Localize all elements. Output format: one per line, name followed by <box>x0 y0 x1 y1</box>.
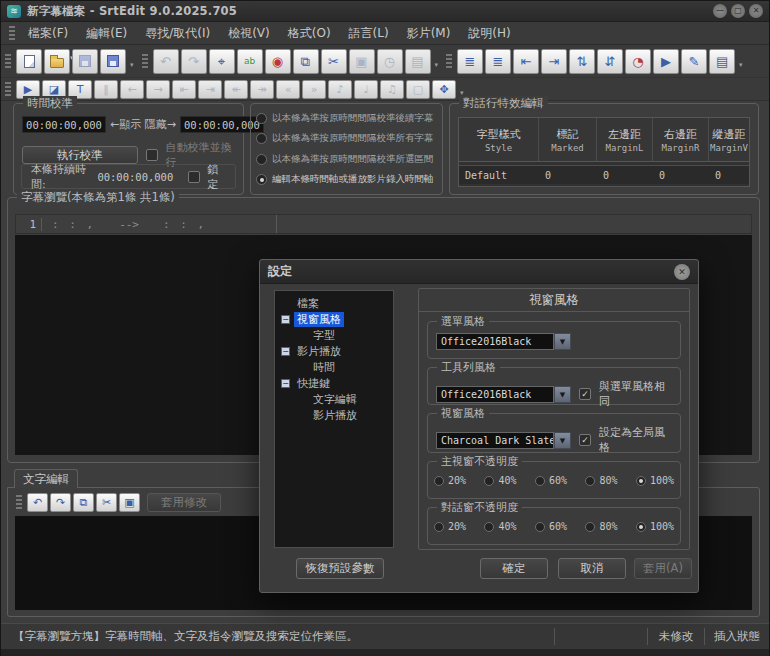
apply-changes-button[interactable]: 套用修改 <box>147 493 221 512</box>
restore-defaults-button[interactable]: 恢復預設參數 <box>296 558 384 579</box>
paste-button[interactable]: ▣ <box>119 493 140 512</box>
menu-item-3[interactable]: 檢視(V) <box>219 23 279 44</box>
menu-item-5[interactable]: 語言(L) <box>340 23 398 44</box>
calibration-mode-option-2[interactable]: 以本條為準按原時間間隔校準所選區間 <box>256 153 437 166</box>
dialog-opacity-option-20[interactable]: 20% <box>434 521 466 532</box>
maximize-button[interactable]: ▢ <box>731 4 745 18</box>
tree-expand-box-icon[interactable]: − <box>281 379 290 388</box>
tree-item-3[interactable]: −影片播放 <box>275 343 393 359</box>
window-style-value[interactable]: Charcoal Dark Slate <box>436 432 554 449</box>
record-select-button[interactable]: ◉ <box>265 49 291 74</box>
replace-button[interactable]: ab <box>237 49 263 74</box>
copy-button[interactable]: ⧉ <box>73 493 94 512</box>
close-button[interactable]: ✕ <box>749 4 763 18</box>
settings-dialog-close-icon[interactable]: ✕ <box>674 264 690 280</box>
cancel-button[interactable]: 取消 <box>558 558 626 579</box>
pause-button[interactable]: ‖ <box>94 80 118 99</box>
toolbar-grip-handle[interactable] <box>446 54 452 68</box>
minimize-button[interactable]: — <box>713 4 727 18</box>
step-back-button[interactable]: ← <box>120 80 144 99</box>
toolbar-overflow-caret-icon[interactable]: ▾ <box>130 61 134 69</box>
indent-right-button[interactable]: ⇥ <box>541 49 567 74</box>
menu-item-7[interactable]: 說明(H) <box>459 23 519 44</box>
tree-expand-box-icon[interactable]: − <box>281 347 290 356</box>
tree-item-2[interactable]: 字型 <box>275 327 393 343</box>
video-window-button[interactable]: ▢ <box>406 80 430 99</box>
main-opacity-option-60[interactable]: 60% <box>535 475 567 486</box>
menu-item-0[interactable]: 檔案(F) <box>19 23 77 44</box>
tree-item-1[interactable]: −視窗風格 <box>275 311 393 327</box>
music-note-button[interactable]: ♫ <box>380 80 404 99</box>
toolbar-grip-handle[interactable] <box>5 54 11 68</box>
edit-pen-button[interactable]: ✎ <box>681 49 707 74</box>
undo-button[interactable]: ↶ <box>153 49 179 74</box>
toolbar-overflow-caret-icon[interactable]: ▾ <box>435 61 439 69</box>
dialog-opacity-option-80[interactable]: 80% <box>585 521 617 532</box>
fullscreen-button[interactable]: ✥ <box>432 80 456 99</box>
fast-forward-button[interactable]: » <box>302 80 326 99</box>
save-file-button[interactable] <box>72 49 98 74</box>
align-lines-top-button[interactable]: ≣ <box>457 49 483 74</box>
volume-up-button[interactable]: ♪ <box>328 80 352 99</box>
volume-down-button[interactable]: ♩ <box>354 80 378 99</box>
tab-text-editor[interactable]: 文字編輯 <box>14 469 78 488</box>
save-as-button[interactable] <box>100 49 126 74</box>
apply-button[interactable]: 套用(A) <box>634 558 692 579</box>
menu-style-dropdown-arrow-icon[interactable]: ▼ <box>554 333 571 350</box>
calibration-mode-option-1[interactable]: 以本條為準按原時間間隔校準所有字幕 <box>256 132 437 145</box>
menu-item-6[interactable]: 影片(M) <box>398 23 460 44</box>
toolbar-style-value[interactable]: Office2016Black <box>436 386 554 403</box>
undo-button[interactable]: ↶ <box>27 493 48 512</box>
go-first-button[interactable]: ⇤ <box>172 80 196 99</box>
time-shift-button[interactable]: ◔ <box>625 49 651 74</box>
ok-button[interactable]: 確定 <box>480 558 548 579</box>
calibration-mode-option-0[interactable]: 以本條為準按原時間間隔校準後續字幕 <box>256 112 437 125</box>
tree-item-6[interactable]: 文字編輯 <box>275 391 393 407</box>
new-file-button[interactable] <box>16 49 42 74</box>
main-opacity-option-80[interactable]: 80% <box>585 475 617 486</box>
indent-left-button[interactable]: ⇤ <box>513 49 539 74</box>
window-style-dropdown-arrow-icon[interactable]: ▼ <box>554 432 571 449</box>
rewind-button[interactable]: « <box>276 80 300 99</box>
menu-item-2[interactable]: 尋找/取代(I) <box>136 23 219 44</box>
next-subtitle-button[interactable]: ↠ <box>250 80 274 99</box>
move-line-up-button[interactable]: ⇅ <box>569 49 595 74</box>
redo-button[interactable]: ↷ <box>50 493 71 512</box>
move-line-down-button[interactable]: ⇵ <box>597 49 623 74</box>
main-opacity-option-40[interactable]: 40% <box>484 475 516 486</box>
cut-button[interactable]: ✂ <box>96 493 117 512</box>
toolbar-grip-handle[interactable] <box>5 82 11 96</box>
effects-table-row[interactable]: Default0000 <box>459 165 749 184</box>
show-time-input[interactable] <box>22 116 106 133</box>
align-lines-bottom-button[interactable]: ≣ <box>485 49 511 74</box>
paste-time-button[interactable]: ◷ <box>377 49 403 74</box>
menu-item-1[interactable]: 編輯(E) <box>77 23 136 44</box>
paste-button[interactable]: ▣ <box>349 49 375 74</box>
cut-button[interactable]: ✂ <box>321 49 347 74</box>
paste-special-button[interactable]: ▤ <box>405 49 431 74</box>
auto-calibrate-checkbox[interactable]: ✓ <box>146 149 158 161</box>
menu-style-value[interactable]: Office2016Black <box>436 333 554 350</box>
main-opacity-option-100[interactable]: 100% <box>636 475 674 486</box>
set-global-style-checkbox[interactable]: ✓ <box>579 434 591 446</box>
main-opacity-option-20[interactable]: 20% <box>434 475 466 486</box>
menubar-grip-handle[interactable] <box>9 26 15 40</box>
prev-subtitle-button[interactable]: ↞ <box>224 80 248 99</box>
copy-button[interactable]: ⧉ <box>293 49 319 74</box>
dialog-opacity-option-40[interactable]: 40% <box>484 521 516 532</box>
redo-button[interactable]: ↷ <box>181 49 207 74</box>
toolbar-overflow-caret-icon[interactable]: ▾ <box>739 61 743 69</box>
editor-toolbar-grip-handle[interactable] <box>16 495 22 509</box>
same-as-menu-checkbox[interactable]: ✓ <box>579 388 591 400</box>
tree-item-0[interactable]: 檔案 <box>275 295 393 311</box>
subtitle-row[interactable]: 1 : : , --> : : , <box>15 214 752 234</box>
tree-item-4[interactable]: 時間 <box>275 359 393 375</box>
calibration-mode-option-3[interactable]: 編輯本條時間軸或播放影片錄入時間軸 <box>256 173 437 186</box>
tree-item-5[interactable]: −快捷鍵 <box>275 375 393 391</box>
menu-item-4[interactable]: 格式(O) <box>279 23 340 44</box>
lock-duration-checkbox[interactable]: ✓ <box>188 171 200 183</box>
go-last-button[interactable]: ⇥ <box>198 80 222 99</box>
open-file-button[interactable]: ▾ <box>44 49 70 74</box>
toolbar-style-dropdown-arrow-icon[interactable]: ▼ <box>554 386 571 403</box>
step-forward-button[interactable]: → <box>146 80 170 99</box>
